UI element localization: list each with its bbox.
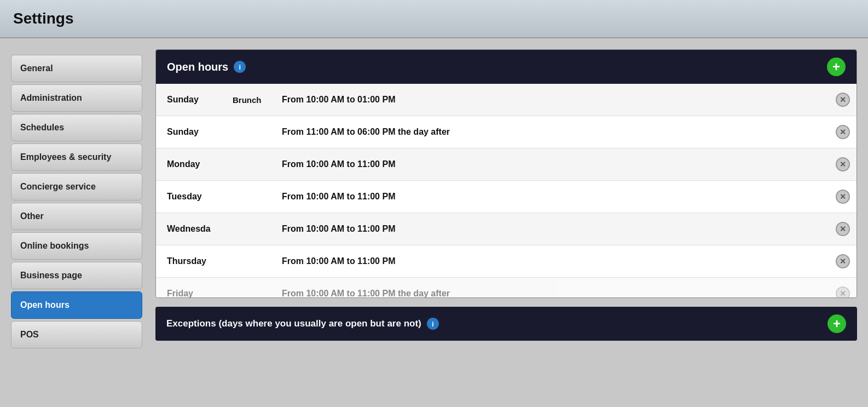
delete-cell: ✕ — [829, 148, 857, 180]
content-area: Open hours i + SundayBrunchFrom 10:00 AM… — [155, 49, 857, 396]
table-row: FridayFrom 10:00 AM to 11:00 PM the day … — [156, 278, 857, 297]
delete-cell: ✕ — [829, 278, 857, 297]
hours-list[interactable]: SundayBrunchFrom 10:00 AM to 01:00 PM✕Su… — [156, 84, 857, 297]
exceptions-panel: Exceptions (days where you usually are o… — [155, 307, 857, 341]
day-cell: Tuesday — [156, 183, 227, 210]
header: Settings — [0, 0, 868, 38]
sidebar-item-employees-security[interactable]: Employees & security — [11, 144, 142, 171]
delete-button[interactable]: ✕ — [836, 157, 850, 171]
sidebar-item-other[interactable]: Other — [11, 203, 142, 230]
time-cell: From 10:00 AM to 11:00 PM — [276, 183, 829, 210]
type-cell — [227, 188, 276, 205]
table-row: SundayFrom 11:00 AM to 06:00 PM the day … — [156, 116, 857, 148]
delete-button[interactable]: ✕ — [836, 286, 850, 297]
type-cell — [227, 156, 276, 173]
delete-button[interactable]: ✕ — [836, 190, 850, 204]
open-hours-title: Open hours — [167, 61, 228, 73]
day-cell: Sunday — [156, 118, 227, 146]
table-row: MondayFrom 10:00 AM to 11:00 PM✕ — [156, 148, 857, 181]
day-cell: Friday — [156, 280, 227, 297]
delete-cell: ✕ — [829, 84, 857, 116]
day-cell: Thursday — [156, 248, 227, 275]
open-hours-panel: Open hours i + SundayBrunchFrom 10:00 AM… — [155, 49, 857, 298]
sidebar-item-schedules[interactable]: Schedules — [11, 114, 142, 141]
delete-cell: ✕ — [829, 213, 857, 245]
type-cell — [227, 253, 276, 270]
exceptions-info-icon[interactable]: i — [427, 318, 439, 330]
exceptions-add-button[interactable]: + — [828, 314, 846, 333]
table-row: WednesdaFrom 10:00 AM to 11:00 PM✕ — [156, 213, 857, 245]
table-row: SundayBrunchFrom 10:00 AM to 01:00 PM✕ — [156, 84, 857, 116]
open-hours-add-button[interactable]: + — [827, 58, 846, 76]
page-title: Settings — [13, 10, 855, 27]
sidebar-item-open-hours[interactable]: Open hours — [11, 291, 142, 319]
type-cell: Brunch — [227, 87, 276, 113]
time-cell: From 10:00 AM to 11:00 PM — [276, 248, 829, 275]
type-cell — [227, 123, 276, 141]
delete-cell: ✕ — [829, 116, 857, 148]
sidebar-item-administration[interactable]: Administration — [11, 84, 142, 112]
delete-button[interactable]: ✕ — [836, 93, 850, 107]
type-cell — [227, 220, 276, 238]
delete-button[interactable]: ✕ — [836, 254, 850, 268]
sidebar-item-pos[interactable]: POS — [11, 321, 142, 348]
open-hours-title-group: Open hours i — [167, 61, 246, 73]
type-cell — [227, 285, 276, 297]
day-cell: Monday — [156, 151, 227, 178]
sidebar-item-business-page[interactable]: Business page — [11, 262, 142, 289]
open-hours-info-icon[interactable]: i — [234, 61, 246, 73]
day-cell: Sunday — [156, 86, 227, 113]
delete-button[interactable]: ✕ — [836, 222, 850, 236]
exceptions-title-group: Exceptions (days where you usually are o… — [166, 318, 439, 330]
open-hours-header: Open hours i + — [156, 50, 857, 84]
delete-cell: ✕ — [829, 181, 857, 213]
time-cell: From 10:00 AM to 01:00 PM — [276, 86, 829, 113]
time-cell: From 10:00 AM to 11:00 PM — [276, 151, 829, 178]
table-row: ThursdayFrom 10:00 AM to 11:00 PM✕ — [156, 245, 857, 278]
delete-cell: ✕ — [829, 245, 857, 277]
main-layout: GeneralAdministrationSchedulesEmployees … — [0, 38, 868, 407]
sidebar-item-general[interactable]: General — [11, 55, 142, 82]
time-cell: From 11:00 AM to 06:00 PM the day after — [276, 118, 829, 146]
sidebar-item-concierge-service[interactable]: Concierge service — [11, 173, 142, 200]
time-cell: From 10:00 AM to 11:00 PM — [276, 215, 829, 243]
exceptions-title: Exceptions (days where you usually are o… — [166, 318, 421, 329]
day-cell: Wednesda — [156, 215, 227, 243]
table-row: TuesdayFrom 10:00 AM to 11:00 PM✕ — [156, 181, 857, 213]
sidebar: GeneralAdministrationSchedulesEmployees … — [11, 49, 142, 396]
delete-button[interactable]: ✕ — [836, 125, 850, 139]
time-cell: From 10:00 AM to 11:00 PM the day after — [276, 280, 829, 297]
sidebar-item-online-bookings[interactable]: Online bookings — [11, 232, 142, 260]
